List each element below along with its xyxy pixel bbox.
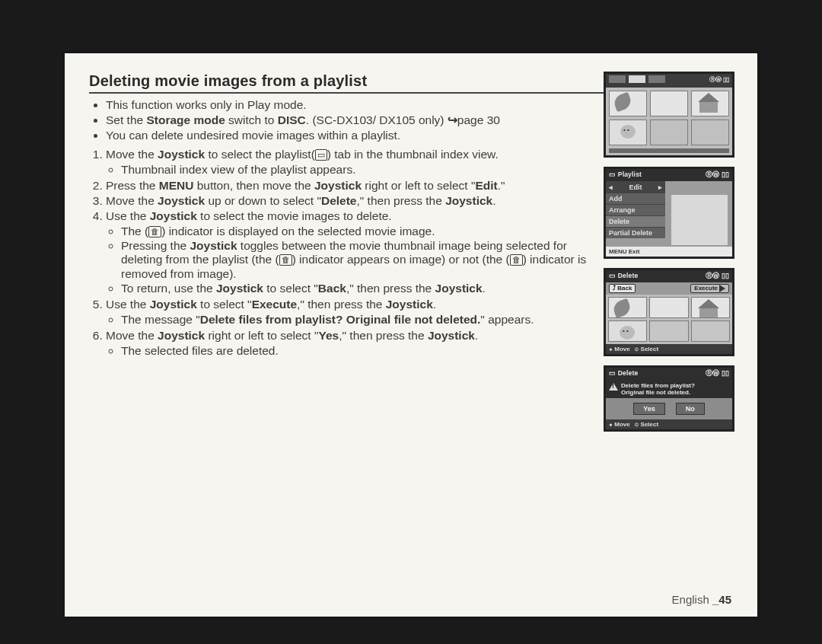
substep: The selected files are deleted. [121, 344, 607, 359]
lcd-screen-delete-select: ▭ Delete ⓇⓌ ▯▯ ⤴ Back Execute ⬥ Move ⊙ S… [604, 268, 734, 356]
button-row: Yes No [606, 398, 732, 419]
footer-bar: ⬥ Move ⊙ Select [606, 344, 732, 354]
title-left: ▭ Delete [609, 272, 638, 281]
warning-message: Delete files from playlist? Original fil… [606, 380, 732, 398]
thumbnail [650, 91, 688, 116]
menu-item-delete: Delete [606, 215, 665, 227]
manual-page: Deleting movie images from a playlist Th… [65, 53, 757, 617]
step-2: Press the MENU button, then move the Joy… [106, 179, 607, 193]
step-5: Use the Joystick to select "Execute," th… [106, 298, 607, 327]
text-column: Deleting movie images from a playlist Th… [89, 72, 607, 360]
step-text: Move the Joystick to select the playlist… [106, 148, 499, 161]
substep: The (🗑) indicator is displayed on the se… [121, 225, 607, 239]
step-text: Move the Joystick right or left to selec… [106, 329, 478, 342]
play-icon [719, 285, 725, 292]
substep: The message "Delete files from playlist?… [121, 313, 607, 327]
action-row: ⤴ Back Execute [606, 282, 732, 295]
intro-item: Set the Storage mode switch to DISC. (SC… [106, 113, 607, 128]
section-heading: Deleting movie images from a playlist [89, 72, 607, 94]
menu-item-arrange: Arrange [606, 204, 665, 215]
footer-lang: English [672, 593, 712, 606]
execute-chip: Execute [690, 284, 729, 293]
title-bar: ▭ Playlist ⓇⓌ ▯▯ [606, 169, 732, 181]
tab-bar: ⓇⓌ ▯▯ [606, 74, 732, 88]
thumbnail-empty [650, 120, 688, 145]
tab-icon [609, 75, 626, 83]
title-right: ⓇⓌ ▯▯ [706, 171, 729, 180]
thumbnail-grid [606, 295, 732, 344]
thumbnail-empty [691, 120, 729, 145]
intro-item: This function works only in Play mode. [106, 98, 607, 113]
menu-item-partial-delete: Partial Delete [606, 227, 665, 238]
warn-line-1: Delete files from playlist? [621, 382, 695, 389]
step-1: Move the Joystick to select the playlist… [106, 148, 607, 177]
foot-select: ⊙ Select [635, 346, 658, 352]
title-left: ▭ Playlist [609, 171, 642, 180]
thumbnail [608, 297, 647, 318]
intro-item: You can delete undesired movie images wi… [106, 129, 607, 143]
footer-bar: ⬥ Move ⊙ Select [606, 419, 732, 429]
thumbnail [691, 91, 729, 116]
step-3: Move the Joystick up or down to select "… [106, 194, 607, 209]
title-left: ▭ Delete [609, 369, 638, 378]
step-text: Use the Joystick to select the movie ima… [106, 209, 392, 222]
lcd-screen-confirm: ▭ Delete ⓇⓌ ▯▯ Delete files from playlis… [604, 365, 734, 432]
title-bar: ▭ Delete ⓇⓌ ▯▯ [606, 270, 732, 282]
menu-tab: ◂Edit▸ [606, 181, 665, 193]
substep: Thumbnail index view of the playlist app… [121, 163, 607, 177]
substep: Pressing the Joystick toggles between th… [121, 239, 607, 282]
lcd-screen-edit-menu: ▭ Playlist ⓇⓌ ▯▯ ◂Edit▸ Add Arrange Dele… [604, 167, 734, 259]
thumbnail [609, 91, 647, 116]
thumbnail-empty [691, 320, 730, 342]
step-6: Move the Joystick right or left to selec… [106, 329, 607, 359]
menu-body: ◂Edit▸ Add Arrange Delete Partial Delete [606, 181, 732, 247]
title-right: ⓇⓌ ▯▯ [706, 272, 729, 281]
tab-icon [648, 75, 665, 83]
page-footer: English _45 [672, 593, 731, 606]
foot-move: ⬥ Move [609, 421, 630, 428]
no-button: No [676, 403, 705, 415]
yes-button: Yes [633, 403, 665, 415]
thumbnail [609, 120, 647, 145]
preview-pane [671, 195, 728, 245]
intro-bullets: This function works only in Play mode. S… [89, 98, 607, 143]
menu-item-add: Add [606, 193, 665, 204]
screenshot-column: ⓇⓌ ▯▯ ▭ Playlist ⓇⓌ ▯▯ ◂Edit▸ [604, 72, 734, 432]
thumbnail-empty [649, 320, 688, 342]
foot-select: ⊙ Select [635, 421, 658, 428]
foot-move: ⬥ Move [609, 346, 630, 352]
badge: ⓇⓌ ▯▯ [709, 75, 729, 86]
thumbnail [608, 320, 647, 342]
back-chip: ⤴ Back [609, 284, 636, 293]
warning-icon [609, 383, 618, 391]
menu-footer: MENU Exit [606, 247, 732, 257]
warn-line-2: Original file not deleted. [621, 389, 695, 396]
title-right: ⓇⓌ ▯▯ [706, 369, 729, 378]
thumbnail-grid [606, 88, 732, 148]
scrollbar [609, 148, 729, 153]
step-4: Use the Joystick to select the movie ima… [106, 209, 607, 296]
footer-page-number: _45 [712, 593, 731, 606]
thumbnail [649, 297, 688, 318]
step-list: Move the Joystick to select the playlist… [89, 148, 607, 359]
lcd-screen-thumbnails: ⓇⓌ ▯▯ [604, 72, 734, 158]
thumbnail [691, 297, 730, 318]
substep: To return, use the Joystick to select "B… [121, 282, 607, 296]
step-text: Use the Joystick to select "Execute," th… [106, 298, 436, 311]
tab-icon [629, 75, 645, 83]
title-bar: ▭ Delete ⓇⓌ ▯▯ [606, 368, 732, 380]
